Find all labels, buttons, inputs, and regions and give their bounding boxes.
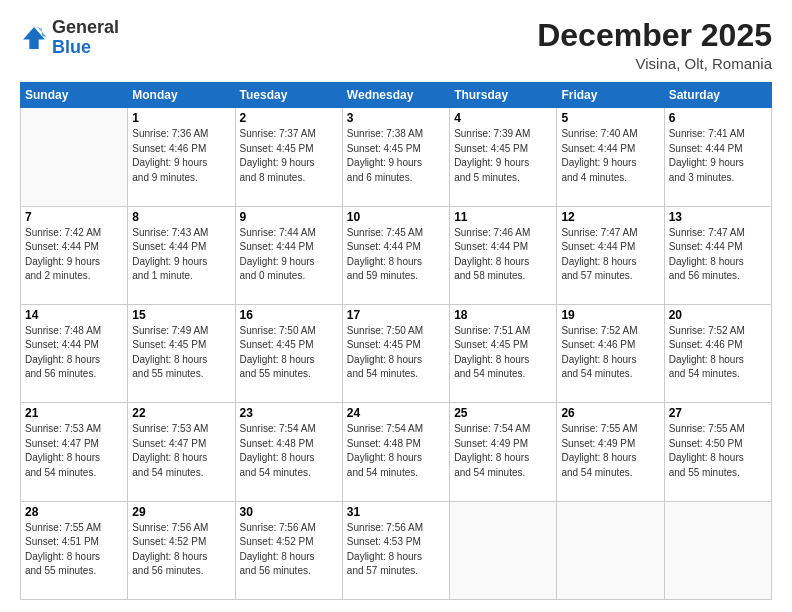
table-row: 23Sunrise: 7:54 AM Sunset: 4:48 PM Dayli… (235, 403, 342, 501)
day-info: Sunrise: 7:42 AM Sunset: 4:44 PM Dayligh… (25, 226, 123, 284)
table-row (450, 501, 557, 599)
calendar-table: Sunday Monday Tuesday Wednesday Thursday… (20, 82, 772, 600)
table-row: 1Sunrise: 7:36 AM Sunset: 4:46 PM Daylig… (128, 108, 235, 206)
day-info: Sunrise: 7:50 AM Sunset: 4:45 PM Dayligh… (240, 324, 338, 382)
day-number: 25 (454, 406, 552, 420)
day-info: Sunrise: 7:38 AM Sunset: 4:45 PM Dayligh… (347, 127, 445, 185)
day-info: Sunrise: 7:54 AM Sunset: 4:48 PM Dayligh… (347, 422, 445, 480)
table-row: 18Sunrise: 7:51 AM Sunset: 4:45 PM Dayli… (450, 304, 557, 402)
calendar-header-row: Sunday Monday Tuesday Wednesday Thursday… (21, 83, 772, 108)
table-row: 2Sunrise: 7:37 AM Sunset: 4:45 PM Daylig… (235, 108, 342, 206)
day-number: 3 (347, 111, 445, 125)
table-row: 16Sunrise: 7:50 AM Sunset: 4:45 PM Dayli… (235, 304, 342, 402)
table-row (21, 108, 128, 206)
day-info: Sunrise: 7:41 AM Sunset: 4:44 PM Dayligh… (669, 127, 767, 185)
location: Visina, Olt, Romania (537, 55, 772, 72)
day-number: 1 (132, 111, 230, 125)
day-info: Sunrise: 7:54 AM Sunset: 4:48 PM Dayligh… (240, 422, 338, 480)
generalblue-logo-icon (20, 24, 48, 52)
day-number: 24 (347, 406, 445, 420)
calendar-week-row: 28Sunrise: 7:55 AM Sunset: 4:51 PM Dayli… (21, 501, 772, 599)
col-monday: Monday (128, 83, 235, 108)
day-number: 13 (669, 210, 767, 224)
table-row: 31Sunrise: 7:56 AM Sunset: 4:53 PM Dayli… (342, 501, 449, 599)
table-row (557, 501, 664, 599)
day-number: 29 (132, 505, 230, 519)
day-number: 10 (347, 210, 445, 224)
calendar-week-row: 1Sunrise: 7:36 AM Sunset: 4:46 PM Daylig… (21, 108, 772, 206)
day-number: 8 (132, 210, 230, 224)
table-row: 3Sunrise: 7:38 AM Sunset: 4:45 PM Daylig… (342, 108, 449, 206)
col-tuesday: Tuesday (235, 83, 342, 108)
day-info: Sunrise: 7:56 AM Sunset: 4:52 PM Dayligh… (240, 521, 338, 579)
day-info: Sunrise: 7:45 AM Sunset: 4:44 PM Dayligh… (347, 226, 445, 284)
day-info: Sunrise: 7:56 AM Sunset: 4:53 PM Dayligh… (347, 521, 445, 579)
logo-blue: Blue (52, 38, 119, 58)
table-row: 17Sunrise: 7:50 AM Sunset: 4:45 PM Dayli… (342, 304, 449, 402)
day-info: Sunrise: 7:44 AM Sunset: 4:44 PM Dayligh… (240, 226, 338, 284)
day-info: Sunrise: 7:36 AM Sunset: 4:46 PM Dayligh… (132, 127, 230, 185)
table-row (664, 501, 771, 599)
day-number: 5 (561, 111, 659, 125)
table-row: 5Sunrise: 7:40 AM Sunset: 4:44 PM Daylig… (557, 108, 664, 206)
day-info: Sunrise: 7:49 AM Sunset: 4:45 PM Dayligh… (132, 324, 230, 382)
day-info: Sunrise: 7:52 AM Sunset: 4:46 PM Dayligh… (669, 324, 767, 382)
day-info: Sunrise: 7:50 AM Sunset: 4:45 PM Dayligh… (347, 324, 445, 382)
day-number: 30 (240, 505, 338, 519)
table-row: 8Sunrise: 7:43 AM Sunset: 4:44 PM Daylig… (128, 206, 235, 304)
day-info: Sunrise: 7:55 AM Sunset: 4:51 PM Dayligh… (25, 521, 123, 579)
table-row: 25Sunrise: 7:54 AM Sunset: 4:49 PM Dayli… (450, 403, 557, 501)
day-number: 17 (347, 308, 445, 322)
table-row: 19Sunrise: 7:52 AM Sunset: 4:46 PM Dayli… (557, 304, 664, 402)
table-row: 26Sunrise: 7:55 AM Sunset: 4:49 PM Dayli… (557, 403, 664, 501)
day-number: 15 (132, 308, 230, 322)
day-number: 18 (454, 308, 552, 322)
day-info: Sunrise: 7:46 AM Sunset: 4:44 PM Dayligh… (454, 226, 552, 284)
calendar-week-row: 21Sunrise: 7:53 AM Sunset: 4:47 PM Dayli… (21, 403, 772, 501)
day-info: Sunrise: 7:53 AM Sunset: 4:47 PM Dayligh… (25, 422, 123, 480)
table-row: 9Sunrise: 7:44 AM Sunset: 4:44 PM Daylig… (235, 206, 342, 304)
day-number: 22 (132, 406, 230, 420)
table-row: 13Sunrise: 7:47 AM Sunset: 4:44 PM Dayli… (664, 206, 771, 304)
day-number: 31 (347, 505, 445, 519)
page: General Blue December 2025 Visina, Olt, … (0, 0, 792, 612)
day-info: Sunrise: 7:40 AM Sunset: 4:44 PM Dayligh… (561, 127, 659, 185)
day-info: Sunrise: 7:47 AM Sunset: 4:44 PM Dayligh… (561, 226, 659, 284)
table-row: 30Sunrise: 7:56 AM Sunset: 4:52 PM Dayli… (235, 501, 342, 599)
table-row: 4Sunrise: 7:39 AM Sunset: 4:45 PM Daylig… (450, 108, 557, 206)
day-number: 11 (454, 210, 552, 224)
logo-text: General Blue (52, 18, 119, 58)
day-info: Sunrise: 7:55 AM Sunset: 4:50 PM Dayligh… (669, 422, 767, 480)
table-row: 22Sunrise: 7:53 AM Sunset: 4:47 PM Dayli… (128, 403, 235, 501)
day-number: 9 (240, 210, 338, 224)
table-row: 11Sunrise: 7:46 AM Sunset: 4:44 PM Dayli… (450, 206, 557, 304)
day-number: 16 (240, 308, 338, 322)
table-row: 14Sunrise: 7:48 AM Sunset: 4:44 PM Dayli… (21, 304, 128, 402)
day-info: Sunrise: 7:53 AM Sunset: 4:47 PM Dayligh… (132, 422, 230, 480)
day-info: Sunrise: 7:55 AM Sunset: 4:49 PM Dayligh… (561, 422, 659, 480)
table-row: 24Sunrise: 7:54 AM Sunset: 4:48 PM Dayli… (342, 403, 449, 501)
col-friday: Friday (557, 83, 664, 108)
title-section: December 2025 Visina, Olt, Romania (537, 18, 772, 72)
table-row: 15Sunrise: 7:49 AM Sunset: 4:45 PM Dayli… (128, 304, 235, 402)
table-row: 21Sunrise: 7:53 AM Sunset: 4:47 PM Dayli… (21, 403, 128, 501)
day-number: 23 (240, 406, 338, 420)
day-info: Sunrise: 7:51 AM Sunset: 4:45 PM Dayligh… (454, 324, 552, 382)
day-number: 14 (25, 308, 123, 322)
table-row: 27Sunrise: 7:55 AM Sunset: 4:50 PM Dayli… (664, 403, 771, 501)
day-number: 28 (25, 505, 123, 519)
day-info: Sunrise: 7:48 AM Sunset: 4:44 PM Dayligh… (25, 324, 123, 382)
col-saturday: Saturday (664, 83, 771, 108)
day-info: Sunrise: 7:47 AM Sunset: 4:44 PM Dayligh… (669, 226, 767, 284)
header: General Blue December 2025 Visina, Olt, … (20, 18, 772, 72)
table-row: 7Sunrise: 7:42 AM Sunset: 4:44 PM Daylig… (21, 206, 128, 304)
day-info: Sunrise: 7:54 AM Sunset: 4:49 PM Dayligh… (454, 422, 552, 480)
month-title: December 2025 (537, 18, 772, 53)
calendar-week-row: 14Sunrise: 7:48 AM Sunset: 4:44 PM Dayli… (21, 304, 772, 402)
table-row: 20Sunrise: 7:52 AM Sunset: 4:46 PM Dayli… (664, 304, 771, 402)
day-number: 4 (454, 111, 552, 125)
table-row: 6Sunrise: 7:41 AM Sunset: 4:44 PM Daylig… (664, 108, 771, 206)
day-number: 26 (561, 406, 659, 420)
day-info: Sunrise: 7:56 AM Sunset: 4:52 PM Dayligh… (132, 521, 230, 579)
day-number: 21 (25, 406, 123, 420)
